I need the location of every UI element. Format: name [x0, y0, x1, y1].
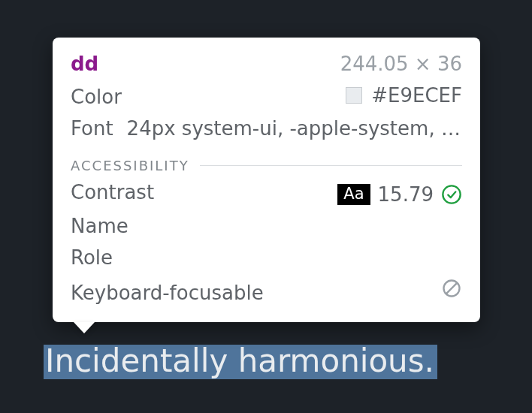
color-row: Color #E9ECEF	[71, 80, 462, 113]
color-value: #E9ECEF	[371, 84, 462, 107]
font-row: Font 24px system-ui, -apple-system, "Seg…	[71, 113, 462, 144]
focusable-row: Keyboard-focusable	[71, 273, 462, 309]
focusable-value	[441, 278, 462, 299]
divider	[200, 165, 462, 166]
contrast-row: Contrast Aa 15.79	[71, 176, 462, 210]
inspector-tooltip: dd 244.05 × 36 Color #E9ECEF Font 24px s…	[53, 38, 480, 322]
contrast-sample-chip: Aa	[337, 184, 370, 205]
role-row: Role	[71, 242, 462, 273]
contrast-label: Contrast	[71, 181, 154, 203]
name-label: Name	[71, 215, 128, 237]
color-value-group: #E9ECEF	[346, 84, 462, 107]
viewport: Incidentally harmonious. dd 244.05 × 36 …	[0, 0, 532, 413]
svg-line-2	[446, 282, 457, 294]
not-allowed-icon	[441, 278, 462, 299]
name-row: Name	[71, 210, 462, 242]
svg-point-0	[443, 185, 460, 203]
accessibility-section-header: ACCESSIBILITY	[71, 158, 462, 173]
color-swatch-icon	[346, 87, 362, 104]
inspected-text[interactable]: Incidentally harmonious.	[44, 345, 437, 379]
accessibility-heading: ACCESSIBILITY	[71, 158, 189, 173]
contrast-value-group: Aa 15.79	[337, 183, 462, 206]
font-value: 24px system-ui, -apple-system, "Segoe…	[113, 117, 462, 140]
color-label: Color	[71, 86, 122, 108]
role-label: Role	[71, 246, 113, 269]
focusable-label: Keyboard-focusable	[71, 282, 264, 304]
element-dimensions: 244.05 × 36	[340, 53, 462, 75]
check-circle-icon	[441, 184, 462, 205]
font-label: Font	[71, 117, 113, 140]
element-tag: dd	[71, 53, 98, 75]
contrast-ratio: 15.79	[378, 183, 434, 206]
element-header-row: dd 244.05 × 36	[71, 48, 462, 80]
